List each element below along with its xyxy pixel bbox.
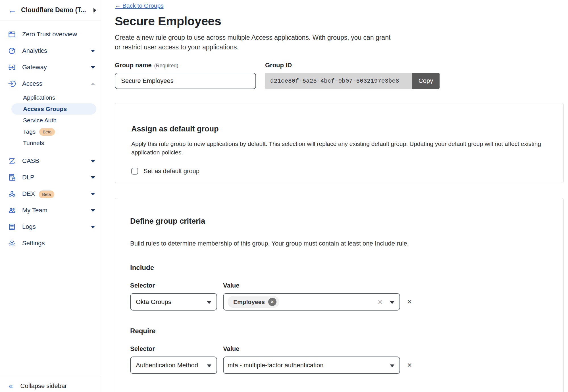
sidebar-item-label: Settings	[22, 240, 95, 247]
sub-item-label: Access Groups	[23, 106, 67, 112]
sidebar-item-label: Analytics	[22, 47, 91, 54]
main-content: ← Back to Groups Secure Employees Create…	[101, 0, 568, 392]
expand-account-icon[interactable]	[93, 8, 96, 12]
require-heading: Require	[130, 327, 547, 335]
list-icon	[8, 223, 16, 231]
group-name-input[interactable]	[115, 73, 256, 89]
collapse-sidebar-button[interactable]: « Collapse sidebar	[0, 375, 101, 392]
sub-item-label: Applications	[23, 94, 55, 101]
include-selector-dropdown[interactable]: Okta Groups	[130, 293, 217, 311]
chevron-down-icon[interactable]	[91, 193, 95, 195]
include-value-multiselect[interactable]: Employees ✕ ✕	[223, 293, 400, 311]
include-heading: Include	[130, 264, 547, 272]
sidebar-item-zero-trust-overview[interactable]: Zero Trust overview	[0, 26, 101, 43]
sub-item-label: Tunnels	[23, 140, 44, 146]
chevron-down-icon	[390, 364, 394, 367]
chevron-down-icon[interactable]	[91, 66, 95, 69]
back-arrow-icon[interactable]: ←	[8, 5, 16, 15]
account-name: Cloudflare Demo (T...	[21, 6, 91, 14]
network-cluster-icon	[8, 190, 16, 198]
sidebar-item-label: Access	[22, 80, 91, 87]
include-rule-row: Okta Groups Employees ✕ ✕ ✕	[130, 293, 547, 311]
chevron-down-icon	[390, 301, 394, 304]
window-icon	[8, 30, 16, 39]
chevron-down-icon[interactable]	[91, 50, 95, 52]
chevron-down-icon[interactable]	[91, 176, 95, 179]
sidebar-item-tags[interactable]: Tags Beta	[0, 126, 101, 137]
sidebar-item-casb[interactable]: CASB	[0, 153, 101, 169]
gateway-icon	[8, 63, 16, 72]
casb-shield-icon	[8, 157, 16, 165]
sidebar-item-label: My Team	[22, 207, 91, 214]
gear-icon	[8, 239, 16, 248]
copy-button[interactable]: Copy	[412, 73, 440, 89]
group-name-id-row: Group name (Required) Group ID d21ce80f-…	[115, 62, 563, 89]
include-value-label: Value	[223, 282, 239, 289]
collapse-sidebar-label: Collapse sidebar	[20, 382, 67, 390]
chevron-down-icon	[207, 301, 211, 304]
sidebar-item-my-team[interactable]: My Team	[0, 202, 101, 219]
sidebar-item-dex[interactable]: DEXBeta	[0, 186, 101, 202]
sidebar-item-label: Zero Trust overview	[22, 31, 95, 38]
document-lock-icon	[8, 173, 16, 182]
sidebar-item-settings[interactable]: Settings	[0, 235, 101, 251]
sidebar-item-service-auth[interactable]: Service Auth	[0, 115, 101, 126]
chevron-down-icon[interactable]	[91, 209, 95, 212]
page-title: Secure Employees	[115, 14, 563, 28]
sidebar-item-applications[interactable]: Applications	[0, 92, 101, 103]
chevron-down-icon[interactable]	[91, 160, 95, 162]
group-name-label: Group name	[115, 62, 152, 69]
require-value-text: mfa - multiple-factor authentication	[228, 362, 324, 369]
chip-remove-icon[interactable]: ✕	[268, 298, 276, 306]
page-description: Create a new rule group to use across mu…	[115, 33, 563, 52]
remove-require-rule-button[interactable]: ✕	[407, 362, 412, 369]
account-switcher[interactable]: ← Cloudflare Demo (T...	[0, 0, 101, 20]
sidebar: ← Cloudflare Demo (T... Zero Trust overv…	[0, 0, 101, 392]
required-hint: (Required)	[154, 63, 178, 69]
assign-default-heading: Assign as default group	[131, 125, 547, 133]
sidebar-item-label: Gateway	[22, 64, 91, 71]
access-icon	[8, 79, 16, 88]
sidebar-nav: Zero Trust overview Analytics Gateway Ac…	[0, 20, 101, 251]
require-selector-dropdown[interactable]: Authentication Method	[130, 357, 217, 374]
double-chevron-left-icon: «	[9, 381, 13, 391]
value-chip: Employees ✕	[228, 296, 279, 308]
chevron-down-icon	[207, 364, 211, 367]
require-value-dropdown[interactable]: mfa - multiple-factor authentication	[223, 357, 400, 374]
group-criteria-card: Define group criteria Build rules to det…	[115, 198, 564, 392]
remove-include-rule-button[interactable]: ✕	[407, 298, 412, 306]
require-value-label: Value	[223, 345, 239, 353]
sidebar-item-label: Logs	[22, 223, 91, 230]
chevron-down-icon[interactable]	[91, 226, 95, 228]
chevron-up-icon[interactable]	[91, 83, 95, 85]
include-selector-label: Selector	[130, 282, 223, 289]
group-id-label: Group ID	[265, 62, 440, 69]
people-icon	[8, 206, 16, 215]
sidebar-item-access[interactable]: Access	[0, 76, 101, 92]
sidebar-item-label: DLP	[22, 174, 91, 181]
sidebar-item-label: DEXBeta	[22, 190, 91, 198]
sidebar-item-dlp[interactable]: DLP	[0, 169, 101, 186]
sidebar-item-tunnels[interactable]: Tunnels	[0, 137, 101, 149]
sidebar-item-label: CASB	[22, 157, 91, 165]
include-selector-value: Okta Groups	[136, 298, 171, 306]
beta-badge: Beta	[39, 128, 55, 136]
back-to-groups-link[interactable]: ← Back to Groups	[115, 2, 164, 9]
sidebar-item-gateway[interactable]: Gateway	[0, 59, 101, 76]
sidebar-item-access-groups[interactable]: Access Groups	[11, 103, 96, 115]
clear-values-icon[interactable]: ✕	[377, 298, 383, 306]
set-default-group-label: Set as default group	[143, 167, 199, 175]
assign-default-description: Apply this rule group to new application…	[131, 140, 547, 157]
require-selector-value: Authentication Method	[136, 362, 198, 369]
sidebar-item-logs[interactable]: Logs	[0, 219, 101, 235]
set-default-group-row[interactable]: Set as default group	[131, 167, 547, 175]
require-selector-label: Selector	[130, 345, 223, 353]
set-default-group-checkbox[interactable]	[131, 168, 138, 175]
sidebar-item-analytics[interactable]: Analytics	[0, 43, 101, 59]
sub-item-label: Tags	[23, 128, 36, 135]
criteria-description: Build rules to determine membership of t…	[130, 240, 547, 247]
assign-default-card: Assign as default group Apply this rule …	[115, 103, 564, 183]
require-rule-row: Authentication Method mfa - multiple-fac…	[130, 357, 547, 374]
pie-chart-icon	[8, 47, 16, 55]
group-id-value: d21ce80f-5a25-4bcf-9b07-5032197e3be8	[265, 73, 412, 89]
